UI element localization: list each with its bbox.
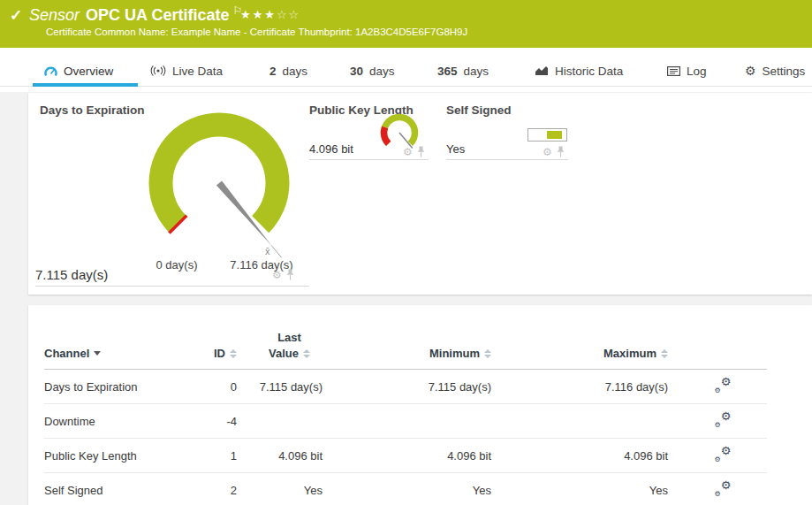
self-signed-value: Yes bbox=[446, 142, 465, 156]
sort-icon bbox=[661, 349, 668, 358]
channel-quick-actions[interactable]: ⚙ bbox=[403, 146, 425, 157]
mean-marker: x̄ bbox=[265, 246, 270, 256]
column-header-channel[interactable]: Channel bbox=[44, 330, 203, 370]
cell-channel: Public Key Length bbox=[44, 439, 203, 473]
header-label: Value bbox=[269, 347, 299, 360]
table-row: Self Signed 2 Yes Yes Yes ⚙⚙ bbox=[44, 473, 767, 505]
gauge-title-self-signed: Self Signed bbox=[446, 103, 512, 117]
stars-empty: ☆☆ bbox=[277, 8, 300, 21]
header-label: Last bbox=[277, 331, 301, 344]
sort-desc-icon bbox=[94, 351, 101, 356]
area-chart-icon bbox=[535, 65, 549, 76]
header-label: Maximum bbox=[603, 347, 656, 360]
cell-id: -4 bbox=[203, 404, 237, 439]
channel-settings-icon[interactable]: ⚙⚙ bbox=[715, 412, 732, 427]
column-header-id[interactable]: ID bbox=[203, 330, 237, 370]
cell-channel: Downtime bbox=[44, 404, 203, 439]
header-label: Channel bbox=[44, 347, 89, 360]
days-to-expiration-gauge bbox=[126, 97, 312, 274]
sort-icon bbox=[230, 349, 237, 358]
sensor-title-row: SensorOPC UA Certificate⚐ bbox=[29, 4, 242, 25]
gear-icon[interactable]: ⚙ bbox=[272, 270, 282, 280]
gear-icon[interactable]: ⚙ bbox=[543, 147, 552, 157]
table-header-row: Channel ID LastValue Minimum Maximum bbox=[44, 330, 767, 370]
cell-last-value: 4.096 bit bbox=[237, 439, 325, 473]
pin-icon[interactable] bbox=[286, 269, 294, 280]
table-row: Days to Expiration 0 7.115 day(s) 7.115 … bbox=[44, 370, 767, 404]
column-header-actions bbox=[679, 330, 767, 370]
gear-icon[interactable]: ⚙ bbox=[403, 147, 413, 157]
column-header-minimum[interactable]: Minimum bbox=[325, 330, 491, 370]
cell-last-value: Yes bbox=[237, 473, 325, 505]
sensor-subtitle: Certificate Common Name: Example Name - … bbox=[46, 27, 467, 37]
gear-icon: ⚙ bbox=[721, 409, 732, 423]
cell-minimum: 4.096 bit bbox=[325, 439, 491, 473]
sensor-title: OPC UA Certificate bbox=[86, 6, 229, 24]
column-header-maximum[interactable]: Maximum bbox=[491, 330, 679, 370]
cell-channel: Days to Expiration bbox=[44, 370, 203, 404]
channels-table: Channel ID LastValue Minimum Maximum Day… bbox=[44, 330, 767, 505]
tab-365-days[interactable]: 365 days bbox=[437, 56, 489, 86]
tab-2-days[interactable]: 2 days bbox=[269, 56, 307, 86]
gear-icon: ⚙ bbox=[715, 490, 721, 498]
pin-icon[interactable] bbox=[557, 146, 565, 157]
channels-panel: Channel ID LastValue Minimum Maximum Day… bbox=[28, 305, 812, 505]
gauge-min-label: 0 day(s) bbox=[150, 258, 203, 272]
section-divider bbox=[309, 159, 429, 160]
tab-overview[interactable]: Overview bbox=[44, 56, 113, 86]
table-row: Public Key Length 1 4.096 bit 4.096 bit … bbox=[44, 439, 767, 473]
cell-channel: Self Signed bbox=[44, 473, 203, 505]
channel-quick-actions[interactable]: ⚙ bbox=[272, 269, 294, 280]
sensor-header: ✓ SensorOPC UA Certificate⚐ ★★★☆☆ Certif… bbox=[0, 0, 812, 48]
toggle-knob bbox=[547, 131, 562, 139]
table-row: Downtime -4 ⚙⚙ bbox=[44, 404, 767, 439]
gauge-icon bbox=[44, 65, 57, 77]
tab-label: days bbox=[464, 65, 489, 78]
channel-settings-icon[interactable]: ⚙⚙ bbox=[715, 447, 732, 462]
priority-stars[interactable]: ★★★☆☆ bbox=[240, 8, 300, 21]
self-signed-indicator bbox=[527, 128, 567, 142]
cell-minimum: 7.115 day(s) bbox=[325, 370, 491, 404]
pin-icon[interactable] bbox=[417, 146, 425, 157]
gauges-panel: Days to Expiration x̄ 0 day(s) 7.116 day… bbox=[28, 93, 812, 295]
cell-minimum bbox=[325, 404, 491, 439]
tab-historic-data[interactable]: Historic Data bbox=[535, 56, 623, 86]
cell-maximum: 7.116 day(s) bbox=[491, 370, 679, 404]
days-to-expiration-value: 7.115 day(s) bbox=[35, 267, 108, 282]
gear-icon: ⚙ bbox=[715, 386, 721, 394]
section-divider bbox=[446, 159, 568, 160]
cell-maximum: Yes bbox=[491, 473, 679, 505]
cell-id: 0 bbox=[203, 370, 237, 404]
channels-table-wrap: Channel ID LastValue Minimum Maximum Day… bbox=[44, 330, 794, 505]
tab-label: days bbox=[369, 65, 395, 78]
tab-live-data[interactable]: Live Data bbox=[150, 56, 223, 86]
section-divider bbox=[35, 286, 309, 287]
channel-settings-icon[interactable]: ⚙⚙ bbox=[715, 481, 732, 496]
tab-settings[interactable]: ⚙ Settings bbox=[745, 56, 805, 86]
channel-settings-icon[interactable]: ⚙⚙ bbox=[715, 378, 732, 393]
sensor-type-label: Sensor bbox=[29, 6, 80, 24]
gear-icon: ⚙ bbox=[715, 455, 721, 463]
log-list-icon bbox=[667, 66, 680, 76]
tab-label: Live Data bbox=[172, 65, 223, 78]
tab-log[interactable]: Log bbox=[667, 56, 707, 86]
tab-label: Historic Data bbox=[555, 65, 623, 78]
channel-quick-actions[interactable]: ⚙ bbox=[543, 146, 565, 157]
gear-icon: ⚙ bbox=[745, 65, 756, 77]
tab-number: 365 bbox=[437, 65, 458, 78]
sort-icon bbox=[484, 349, 491, 358]
stars-filled: ★★★ bbox=[240, 8, 277, 21]
gear-icon: ⚙ bbox=[721, 478, 732, 492]
header-label: ID bbox=[214, 347, 225, 360]
tab-label: Log bbox=[687, 65, 707, 78]
cell-maximum bbox=[491, 404, 679, 439]
column-header-last-value[interactable]: LastValue bbox=[237, 330, 325, 370]
sort-icon bbox=[303, 349, 310, 358]
gear-icon: ⚙ bbox=[715, 421, 721, 429]
gear-icon: ⚙ bbox=[721, 444, 732, 457]
header-label: Minimum bbox=[429, 347, 480, 360]
cell-minimum: Yes bbox=[325, 473, 491, 505]
tab-bar: Overview Live Data 2 days 30 days 365 da… bbox=[0, 48, 812, 92]
tab-30-days[interactable]: 30 days bbox=[350, 56, 395, 86]
tab-number: 2 bbox=[269, 65, 277, 78]
